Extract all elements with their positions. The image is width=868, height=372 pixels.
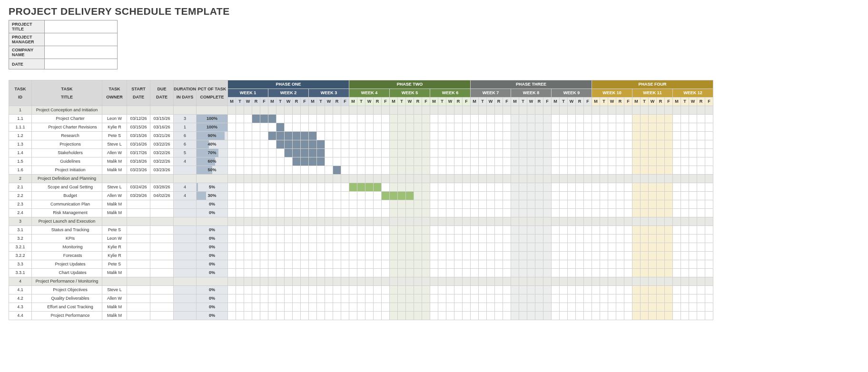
gantt-cell[interactable] xyxy=(406,217,414,226)
gantt-cell[interactable] xyxy=(406,303,414,312)
gantt-cell[interactable] xyxy=(325,226,333,235)
gantt-cell[interactable] xyxy=(390,175,398,183)
gantt-cell[interactable] xyxy=(252,303,260,312)
gantt-cell[interactable] xyxy=(285,269,293,277)
gantt-cell[interactable] xyxy=(463,132,471,140)
gantt-cell[interactable] xyxy=(317,149,325,157)
cell-task-title[interactable]: Stakeholders xyxy=(32,149,102,157)
gantt-cell[interactable] xyxy=(511,106,519,115)
gantt-cell[interactable] xyxy=(309,217,317,226)
gantt-cell[interactable] xyxy=(365,175,374,183)
gantt-cell[interactable] xyxy=(252,243,260,252)
gantt-cell[interactable] xyxy=(584,192,592,200)
gantt-cell[interactable] xyxy=(244,252,252,260)
gantt-cell[interactable] xyxy=(479,192,487,200)
gantt-cell[interactable] xyxy=(414,115,422,123)
gantt-cell[interactable] xyxy=(430,123,438,132)
gantt-cell[interactable] xyxy=(471,175,479,183)
cell-task-title[interactable]: Project Performance xyxy=(32,312,102,320)
gantt-cell[interactable] xyxy=(689,200,697,209)
gantt-cell[interactable] xyxy=(608,123,616,132)
gantt-cell[interactable] xyxy=(244,115,252,123)
gantt-cell[interactable] xyxy=(374,312,382,320)
gantt-cell[interactable] xyxy=(657,192,665,200)
gantt-cell[interactable] xyxy=(519,200,527,209)
gantt-cell[interactable] xyxy=(519,277,527,286)
gantt-cell[interactable] xyxy=(446,209,454,217)
gantt-cell[interactable] xyxy=(552,115,560,123)
gantt-cell[interactable] xyxy=(414,260,422,269)
gantt-cell[interactable] xyxy=(293,157,301,166)
gantt-cell[interactable] xyxy=(349,157,357,166)
gantt-cell[interactable] xyxy=(584,269,592,277)
cell-due-date[interactable] xyxy=(150,286,174,294)
gantt-cell[interactable] xyxy=(624,166,632,175)
gantt-cell[interactable] xyxy=(374,252,382,260)
gantt-cell[interactable] xyxy=(689,277,697,286)
gantt-cell[interactable] xyxy=(341,260,349,269)
gantt-cell[interactable] xyxy=(268,226,276,235)
gantt-cell[interactable] xyxy=(309,132,317,140)
gantt-cell[interactable] xyxy=(649,252,657,260)
gantt-cell[interactable] xyxy=(341,123,349,132)
gantt-cell[interactable] xyxy=(697,149,705,157)
gantt-cell[interactable] xyxy=(285,226,293,235)
gantt-cell[interactable] xyxy=(422,192,430,200)
gantt-cell[interactable] xyxy=(487,269,495,277)
gantt-cell[interactable] xyxy=(657,157,665,166)
gantt-cell[interactable] xyxy=(236,312,244,320)
cell-task-owner[interactable]: Pete S xyxy=(102,132,127,140)
gantt-cell[interactable] xyxy=(438,175,446,183)
gantt-cell[interactable] xyxy=(463,226,471,235)
gantt-cell[interactable] xyxy=(454,192,463,200)
gantt-cell[interactable] xyxy=(681,183,689,192)
gantt-cell[interactable] xyxy=(584,226,592,235)
gantt-cell[interactable] xyxy=(422,303,430,312)
gantt-cell[interactable] xyxy=(349,235,357,243)
gantt-cell[interactable] xyxy=(276,183,285,192)
gantt-cell[interactable] xyxy=(560,312,568,320)
gantt-cell[interactable] xyxy=(349,132,357,140)
gantt-cell[interactable] xyxy=(527,277,535,286)
gantt-cell[interactable] xyxy=(600,149,608,157)
gantt-cell[interactable] xyxy=(503,269,511,277)
gantt-cell[interactable] xyxy=(705,260,713,269)
cell-task-title[interactable]: Status and Tracking xyxy=(32,226,102,235)
gantt-cell[interactable] xyxy=(406,312,414,320)
gantt-cell[interactable] xyxy=(293,209,301,217)
gantt-cell[interactable] xyxy=(543,252,552,260)
gantt-cell[interactable] xyxy=(228,260,236,269)
gantt-cell[interactable] xyxy=(333,303,341,312)
gantt-cell[interactable] xyxy=(560,115,568,123)
gantt-cell[interactable] xyxy=(382,217,390,226)
gantt-cell[interactable] xyxy=(414,269,422,277)
gantt-cell[interactable] xyxy=(511,209,519,217)
cell-pct[interactable]: 40% xyxy=(197,140,228,149)
gantt-cell[interactable] xyxy=(446,303,454,312)
gantt-cell[interactable] xyxy=(430,192,438,200)
gantt-cell[interactable] xyxy=(487,123,495,132)
cell-pct[interactable] xyxy=(197,175,228,183)
gantt-cell[interactable] xyxy=(268,140,276,149)
gantt-cell[interactable] xyxy=(309,226,317,235)
gantt-cell[interactable] xyxy=(430,303,438,312)
gantt-cell[interactable] xyxy=(398,243,406,252)
gantt-cell[interactable] xyxy=(697,106,705,115)
gantt-cell[interactable] xyxy=(624,312,632,320)
gantt-cell[interactable] xyxy=(341,312,349,320)
gantt-cell[interactable] xyxy=(608,252,616,260)
gantt-cell[interactable] xyxy=(616,166,624,175)
gantt-cell[interactable] xyxy=(543,243,552,252)
gantt-cell[interactable] xyxy=(260,115,268,123)
gantt-cell[interactable] xyxy=(438,277,446,286)
gantt-cell[interactable] xyxy=(584,235,592,243)
gantt-cell[interactable] xyxy=(317,192,325,200)
gantt-cell[interactable] xyxy=(616,157,624,166)
gantt-cell[interactable] xyxy=(463,157,471,166)
gantt-cell[interactable] xyxy=(560,235,568,243)
cell-pct[interactable] xyxy=(197,106,228,115)
cell-start-date[interactable]: 03/17/26 xyxy=(127,149,150,157)
gantt-cell[interactable] xyxy=(276,303,285,312)
gantt-cell[interactable] xyxy=(552,123,560,132)
gantt-cell[interactable] xyxy=(568,140,576,149)
